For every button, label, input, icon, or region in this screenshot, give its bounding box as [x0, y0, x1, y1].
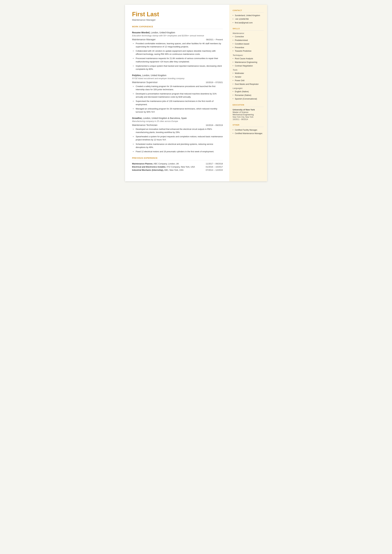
skill-item-0-3: Preventive [233, 46, 264, 49]
prev-exp-dates-1: 01/2016 – 10/2017 [206, 166, 223, 168]
skill-item-3-0: English (Native) [233, 90, 264, 93]
job-entry-2: Growthsi, London, United Kingdom & Barce… [132, 117, 223, 153]
other-list: Certified Facility Manager.Certified Mai… [233, 129, 264, 135]
other-section: OTHER Certified Facility Manager.Certifi… [233, 124, 264, 135]
skill-item-0-1: Predetermined [233, 39, 264, 42]
resume-container: First Last Maintenance Manager WORK EXPE… [125, 5, 267, 181]
previous-experience-section: PREVIOUS EXPERIENCE Maintenance Planner,… [132, 157, 223, 171]
job-title-1: Maintenance Supervisor [132, 81, 158, 84]
job-entry-0: Resume Worded, London, United KingdomEdu… [132, 31, 223, 71]
other-item-0: Certified Facility Manager. [233, 129, 264, 132]
skill-category-1: Techniques: [233, 54, 264, 56]
prev-exp-left-1: Electrical and Electronics Installer, XY… [132, 166, 206, 168]
previous-experience-list: Maintenance Planner, ABC Company, London… [132, 162, 223, 171]
company-name-1: Polyhire, [132, 74, 141, 77]
skill-item-2-3: Dust Masks and Respirator [233, 83, 264, 86]
skill-item-0-0: Corrective [233, 35, 264, 38]
company-header-2: Growthsi, London, United Kingdom & Barce… [132, 117, 223, 119]
edu-institution-0: University of New York [233, 108, 264, 111]
job-dates-0: 08/2021 – Present [206, 38, 223, 41]
prev-exp-left-2: Industrial Mechanic (Internship), ABC, N… [132, 169, 206, 171]
bullet-0-0: Provided comfortable residences, learnin… [133, 42, 223, 48]
skill-item-3-1: Romanian (Native) [233, 94, 264, 97]
education-section: EDUCATION University of New York Master … [233, 104, 264, 120]
skill-list-0: CorrectivePredeterminedCondition-basedPr… [233, 35, 264, 53]
skill-item-2-0: Multimeter [233, 72, 264, 75]
company-header-0: Resume Worded, London, United Kingdom [132, 31, 223, 34]
skill-item-2-1: Aerator [233, 76, 264, 78]
other-item-1: Certified Maintenance Manager. [233, 132, 264, 135]
job-bullets-2: Developed an innovative method that enha… [132, 128, 223, 153]
job-title-0: Maintenance Manager [132, 38, 156, 41]
company-name-2: Growthsi, [132, 117, 142, 119]
job-dates-2: 10/2018 – 09/2019 [206, 124, 223, 126]
education-title: EDUCATION [233, 104, 264, 107]
job-row-2: Maintenance Technician10/2018 – 09/2019 [132, 124, 223, 126]
prev-exp-item-2: Industrial Mechanic (Internship), ABC, N… [132, 169, 223, 171]
job-row-0: Maintenance Manager08/2021 – Present [132, 38, 223, 41]
work-experience-title: WORK EXPERIENCE [132, 26, 223, 29]
contact-list: Sunderland, United Kingdom+44 123456789f… [233, 14, 264, 24]
bullet-0-1: Collaborated with 1K vendors to update e… [133, 49, 223, 56]
prev-exp-dates-2: 07/2014 – 12/2015 [206, 169, 223, 171]
job-entry-1: Polyhire, London, United KingdomNYSE-lis… [132, 74, 223, 113]
skill-category-3: Languages: [233, 87, 264, 89]
skill-category-2: Tools: [233, 69, 264, 71]
candidate-title: Maintenance Manager [132, 19, 223, 21]
bullet-1-3: Managed an onboarding program for 28 mai… [133, 107, 223, 113]
jobs-list: Resume Worded, London, United KingdomEdu… [132, 31, 223, 153]
bullet-2-0: Developed an innovative method that enha… [133, 128, 223, 134]
prev-exp-left-0: Maintenance Planner, ABC Company, London… [132, 162, 206, 165]
company-name-0: Resume Worded, [132, 31, 150, 34]
edu-degree-0: Master of Science [233, 111, 264, 113]
company-location-0: London, United Kingdom [151, 31, 175, 34]
bullet-0-3: Implemented a unique system that tracked… [133, 64, 223, 71]
bullet-2-1: Spearheaded a system for project request… [133, 135, 223, 141]
other-title: OTHER [233, 124, 264, 127]
contact-item-2: first.last@gmail.com [233, 21, 264, 24]
skill-item-2-2: Power Drill [233, 79, 264, 82]
education-container: University of New York Master of Science… [233, 108, 264, 120]
skill-item-0-4: Towards Predictive [233, 49, 264, 53]
bullet-2-2: Scheduled routine maintenance on electri… [133, 143, 223, 149]
bullet-0-2: Processed maintenance requests for 21.6K… [133, 57, 223, 63]
bullet-1-1: Developed a preventative maintenance pro… [133, 92, 223, 98]
sidebar: CONTACT Sunderland, United Kingdom+44 12… [229, 5, 267, 181]
edu-dates-0: 10/2011 - 06/2014 [233, 118, 264, 120]
skill-item-1-1: Maintenance Engineering [233, 61, 264, 64]
skill-item-3-2: Spanish (Conversational) [233, 98, 264, 100]
company-description-1: NYSE-listed recruitment and employer bra… [132, 77, 223, 80]
bullet-1-2: Supervised the maintenance jobs of 130 m… [133, 100, 223, 106]
skill-item-1-0: Root Cause Analysis [233, 57, 264, 60]
work-experience-section: WORK EXPERIENCE Resume Worded, London, U… [132, 26, 223, 153]
job-row-1: Maintenance Supervisor10/2019 – 07/2021 [132, 81, 223, 84]
prev-exp-item-0: Maintenance Planner, ABC Company, London… [132, 162, 223, 165]
company-header-1: Polyhire, London, United Kingdom [132, 74, 223, 77]
edu-field-0: Mechanical Engineering [233, 113, 264, 116]
contact-section: CONTACT Sunderland, United Kingdom+44 12… [233, 9, 264, 24]
skill-item-0-2: Condition-based [233, 42, 264, 45]
job-dates-1: 10/2019 – 07/2021 [206, 81, 223, 84]
skill-category-0: Maintenance: [233, 32, 264, 35]
main-column: First Last Maintenance Manager WORK EXPE… [125, 5, 229, 181]
skill-list-2: MultimeterAeratorPower DrillDust Masks a… [233, 72, 264, 86]
job-bullets-1: Created a safety training program for 19… [132, 85, 223, 113]
company-location-1: London, United Kingdom [142, 74, 166, 77]
bullet-2-3: Fixed 12 electrical motors and 18 pneuma… [133, 150, 223, 153]
prev-exp-dates-0: 11/2017 – 09/2018 [206, 162, 223, 165]
skill-list-3: English (Native)Romanian (Native)Spanish… [233, 90, 264, 100]
job-title-2: Maintenance Technician [132, 124, 158, 126]
company-description-0: Education technology startup with 50+ em… [132, 35, 223, 37]
candidate-name: First Last [132, 11, 223, 18]
previous-experience-title: PREVIOUS EXPERIENCE [132, 157, 223, 160]
contact-title: CONTACT [233, 9, 264, 13]
skills-title: SKILLS [233, 28, 264, 31]
contact-item-0: Sunderland, United Kingdom [233, 14, 264, 17]
skills-section: SKILLS Maintenance:CorrectivePredetermin… [233, 28, 264, 100]
job-bullets-0: Provided comfortable residences, learnin… [132, 42, 223, 71]
skill-item-1-2: Contract Negotiation [233, 64, 264, 67]
company-location-2: London, United Kingdom & Barcelona, Spai… [143, 117, 187, 119]
contact-item-1: +44 123456789 [233, 18, 264, 21]
company-description-2: Manufacturing company in 25 cities acros… [132, 120, 223, 122]
skill-list-1: Root Cause AnalysisMaintenance Engineeri… [233, 57, 264, 67]
